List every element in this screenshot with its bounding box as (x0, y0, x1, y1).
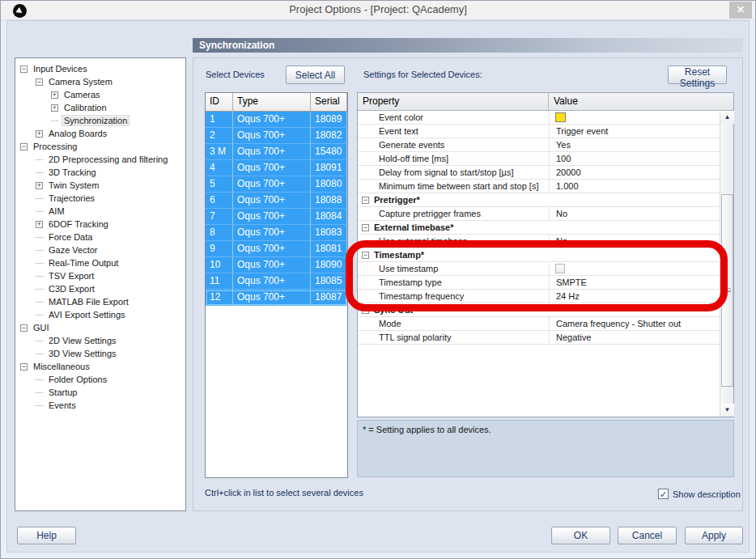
collapse-icon[interactable]: − (36, 78, 43, 86)
tree-item-force-data[interactable]: Force Data (15, 231, 185, 244)
property-value[interactable]: Camera frequency - Shutter out (549, 317, 733, 330)
tree-item-input-devices[interactable]: −Input Devices (15, 62, 185, 75)
tree-item-avi-export-settings[interactable]: AVI Export Settings (15, 308, 185, 321)
property-value[interactable]: Negative (549, 331, 733, 344)
tree-item-trajectories[interactable]: Trajectories (15, 192, 185, 205)
tree-item-synchronization[interactable]: Synchronization (15, 114, 185, 127)
collapse-icon[interactable]: − (20, 66, 28, 73)
collapse-icon[interactable]: − (362, 197, 369, 204)
tree-item-3d-tracking[interactable]: 3D Tracking (15, 166, 185, 179)
scroll-down-icon[interactable]: ▼ (720, 404, 734, 417)
value-checkbox[interactable] (555, 264, 565, 273)
tree-item-2d-view-settings[interactable]: 2D View Settings (15, 334, 185, 347)
tree-item-real-time-output[interactable]: Real-Time Output (15, 256, 185, 269)
device-row[interactable]: 12Oqus 700+18087 (206, 290, 347, 306)
property-value[interactable]: Yes (549, 138, 733, 151)
tree-item-tsv-export[interactable]: TSV Export (15, 269, 185, 282)
help-button[interactable]: Help (17, 527, 76, 544)
select-all-button[interactable]: Select All (286, 66, 345, 84)
property-row-minimum-time-between-start-and-stop-s[interactable]: Minimum time between start and stop [s]1… (358, 180, 733, 193)
device-row[interactable]: 11Oqus 700+18085 (206, 273, 347, 290)
color-swatch[interactable] (555, 112, 566, 122)
property-value[interactable]: 24 Hz (549, 290, 733, 303)
apply-button[interactable]: Apply (685, 527, 743, 544)
expand-icon[interactable]: + (36, 221, 43, 228)
device-row[interactable]: 5Oqus 700+18080 (206, 176, 347, 193)
tree-item-cameras[interactable]: +Cameras (15, 88, 185, 101)
device-row[interactable]: 6Oqus 700+18088 (206, 193, 347, 209)
tree-item-aim[interactable]: AIM (15, 205, 185, 218)
reset-settings-button[interactable]: Reset Settings (668, 66, 727, 84)
property-row-use-timestamp[interactable]: Use timestamp (358, 262, 733, 276)
property-group-sync-out[interactable]: −Sync Out (358, 303, 733, 317)
collapse-icon[interactable]: − (362, 307, 369, 314)
tree-item-processing[interactable]: −Processing (15, 140, 185, 153)
property-value[interactable]: No (549, 235, 733, 248)
property-grid-scrollbar[interactable]: ▲ ▼ (720, 111, 733, 417)
checkbox-check-icon[interactable]: ✓ (658, 489, 669, 499)
property-value[interactable]: 1.000 (549, 180, 733, 193)
show-description-checkbox[interactable]: ✓ Show description (658, 489, 741, 499)
ok-button[interactable]: OK (551, 527, 610, 544)
device-row[interactable]: 9Oqus 700+18081 (206, 241, 347, 257)
property-value[interactable]: SMPTE (549, 276, 733, 289)
property-row-ttl-signal-polarity[interactable]: TTL signal polarityNegative (358, 331, 733, 345)
property-row-generate-events[interactable]: Generate eventsYes (358, 138, 733, 152)
device-row[interactable]: 2Oqus 700+18082 (206, 128, 347, 144)
property-row-mode[interactable]: ModeCamera frequency - Shutter out (358, 317, 733, 331)
property-row-timestamp-type[interactable]: Timestamp typeSMPTE (358, 276, 733, 290)
property-row-event-text[interactable]: Event textTrigger event (358, 125, 733, 138)
collapse-icon[interactable]: − (20, 324, 28, 332)
tree-item-6dof-tracking[interactable]: +6DOF Tracking (15, 218, 185, 231)
collapse-icon[interactable]: − (20, 363, 28, 371)
device-column-type[interactable]: Type (233, 93, 311, 112)
tree-item-analog-boards[interactable]: +Analog Boards (15, 127, 185, 140)
close-icon[interactable]: ✕ (729, 2, 752, 19)
tree-item-2d-preprocessing-and-filtering[interactable]: 2D Preprocessing and filtering (15, 153, 185, 166)
tree-item-miscellaneous[interactable]: −Miscellaneous (15, 360, 185, 373)
tree-item-twin-system[interactable]: +Twin System (15, 179, 185, 192)
tree-item-matlab-file-export[interactable]: MATLAB File Export (15, 295, 185, 308)
device-row[interactable]: 7Oqus 700+18084 (206, 209, 347, 225)
device-row[interactable]: 8Oqus 700+18083 (206, 225, 347, 241)
device-row[interactable]: 1Oqus 700+18089 (206, 112, 347, 128)
tree-item-startup[interactable]: Startup (15, 386, 185, 399)
collapse-icon[interactable]: − (362, 252, 369, 259)
tree-item-events[interactable]: Events (15, 399, 185, 412)
expand-icon[interactable]: + (36, 182, 43, 189)
property-value[interactable] (549, 111, 733, 124)
property-group-external-timebase[interactable]: −External timebase* (358, 221, 733, 235)
device-row[interactable]: 3 MOqus 700+15480 (206, 144, 347, 160)
cancel-button[interactable]: Cancel (618, 527, 677, 544)
property-value[interactable]: Trigger event (549, 125, 733, 138)
collapse-icon[interactable]: − (20, 143, 28, 150)
tree-item-3d-view-settings[interactable]: 3D View Settings (15, 347, 185, 360)
device-column-id[interactable]: ID (206, 93, 233, 112)
property-row-hold-off-time-ms[interactable]: Hold-off time [ms]100 (358, 152, 733, 166)
property-row-event-color[interactable]: Event color (358, 111, 733, 125)
property-row-delay-from-signal-to-start-stop-s[interactable]: Delay from signal to start/stop [µs]2000… (358, 166, 733, 180)
tree-item-gaze-vector[interactable]: Gaze Vector (15, 244, 185, 256)
property-value[interactable]: 100 (549, 152, 733, 165)
collapse-icon[interactable]: − (362, 224, 369, 231)
property-row-timestamp-frequency[interactable]: Timestamp frequency24 Hz (358, 290, 733, 303)
property-value[interactable]: 20000 (549, 166, 733, 179)
expand-icon[interactable]: + (51, 91, 58, 99)
property-value[interactable] (549, 262, 733, 275)
tree-item-calibration[interactable]: +Calibration (15, 101, 185, 114)
property-row-use-external-timebase[interactable]: Use external timebaseNo (358, 235, 733, 248)
tree-item-camera-system[interactable]: −Camera System (15, 75, 185, 88)
expand-icon[interactable]: + (36, 130, 43, 138)
tree-item-c3d-export[interactable]: C3D Export (15, 282, 185, 295)
scrollbar-thumb[interactable] (721, 194, 733, 387)
tree-item-folder-options[interactable]: Folder Options (15, 373, 185, 386)
expand-icon[interactable]: + (51, 104, 58, 112)
device-row[interactable]: 4Oqus 700+18091 (206, 160, 347, 176)
device-row[interactable]: 10Oqus 700+18090 (206, 257, 347, 273)
tree-item-gui[interactable]: −GUI (15, 321, 185, 334)
device-column-serial[interactable]: Serial (311, 93, 347, 112)
property-row-capture-pretrigger-frames[interactable]: Capture pretrigger framesNo (358, 207, 733, 221)
property-value[interactable]: No (549, 207, 733, 220)
scroll-up-icon[interactable]: ▲ (720, 111, 734, 124)
property-group-pretrigger[interactable]: −Pretrigger* (358, 193, 733, 207)
